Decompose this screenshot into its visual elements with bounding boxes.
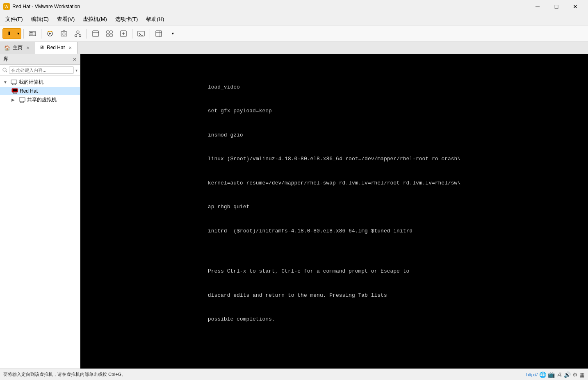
vm-display[interactable]: load_video set gfx_payload=keep insmod g… bbox=[80, 54, 588, 369]
tab-bar: 🏠 主页 ✕ 🖥 Red Hat ✕ bbox=[0, 42, 588, 54]
menu-bar: 文件(F) 编辑(E) 查看(V) 虚拟机(M) 选项卡(T) 帮助(H) bbox=[0, 13, 588, 25]
redhat-tab-label: Red Hat bbox=[47, 45, 65, 50]
pause-button-group[interactable]: ⏸ ▾ bbox=[2, 28, 21, 39]
tree-item-shared-vms[interactable]: ▶ 共享的虚拟机 bbox=[0, 95, 80, 105]
svg-rect-18 bbox=[93, 31, 98, 36]
pause-dropdown-arrow[interactable]: ▾ bbox=[15, 31, 21, 36]
svg-line-16 bbox=[76, 33, 78, 35]
tree-item-redhat[interactable]: Red Hat bbox=[0, 87, 80, 95]
terminal-line-2: set gfx_payload=keep bbox=[208, 107, 460, 115]
svg-point-13 bbox=[77, 31, 79, 33]
minimize-button[interactable]: ─ bbox=[528, 0, 547, 13]
svg-rect-8 bbox=[31, 34, 33, 34]
svg-rect-22 bbox=[110, 34, 112, 36]
terminal-hint-1: Press Ctrl-x to start, Ctrl-c for a comm… bbox=[208, 267, 460, 275]
svg-rect-34 bbox=[13, 89, 17, 91]
view-mode-button[interactable] bbox=[152, 28, 165, 39]
toolbar-separator-3 bbox=[87, 29, 87, 39]
terminal-line-7: initrd ($root)/initramfs-4.18.0-80.el8.x… bbox=[208, 227, 460, 235]
svg-point-27 bbox=[3, 68, 6, 71]
console-button[interactable] bbox=[134, 28, 148, 39]
display-icon[interactable]: 📺 bbox=[548, 371, 555, 378]
status-url: http:// bbox=[526, 372, 538, 377]
keyboard-icon bbox=[29, 30, 36, 37]
svg-rect-7 bbox=[30, 34, 31, 34]
menu-tabs[interactable]: 选项卡(T) bbox=[112, 14, 142, 25]
redhat-label: Red Hat bbox=[20, 88, 38, 94]
status-right: http:// 🌐 📺 🖨 🔊 ⚙ ▦ bbox=[526, 371, 585, 378]
pause-button-main[interactable]: ⏸ bbox=[3, 30, 15, 36]
view-dropdown-button[interactable]: ▾ bbox=[166, 28, 179, 39]
redhat-tab-close[interactable]: ✕ bbox=[67, 45, 73, 50]
tab-redhat[interactable]: 🖥 Red Hat ✕ bbox=[35, 42, 77, 54]
redhat-tab-icon: 🖥 bbox=[39, 45, 44, 50]
menu-edit[interactable]: 编辑(E) bbox=[27, 14, 52, 25]
printer-icon[interactable]: 🖨 bbox=[556, 371, 562, 378]
menu-file[interactable]: 文件(F) bbox=[2, 14, 27, 25]
view-mode-icon bbox=[155, 30, 162, 37]
svg-rect-38 bbox=[19, 98, 25, 101]
terminal-hint-3: possible completions. bbox=[208, 315, 460, 323]
search-dropdown-arrow[interactable]: ▾ bbox=[75, 68, 77, 73]
snapshot-icon bbox=[60, 30, 68, 37]
vm-terminal: load_video set gfx_payload=keep insmod g… bbox=[80, 54, 588, 369]
fullscreen-icon bbox=[92, 30, 99, 37]
snapshot-button[interactable] bbox=[57, 28, 71, 39]
console-icon bbox=[137, 30, 145, 37]
terminal-line-3: insmod gzio bbox=[208, 131, 460, 139]
send-key-button[interactable] bbox=[26, 28, 39, 39]
terminal-line-1: load_video bbox=[208, 83, 460, 91]
title-bar-left: W Red Hat - VMware Workstation bbox=[3, 3, 80, 10]
maximize-button[interactable]: □ bbox=[547, 0, 566, 13]
menu-help[interactable]: 帮助(H) bbox=[142, 14, 168, 25]
settings-icon[interactable]: ⚙ bbox=[572, 371, 578, 378]
shared-computer-icon bbox=[19, 97, 25, 103]
status-message: 要将输入定向到该虚拟机，请在虚拟机内部单击或按 Ctrl+G。 bbox=[3, 371, 526, 378]
home-tab-close[interactable]: ✕ bbox=[25, 45, 31, 50]
snapshot-manager-button[interactable] bbox=[71, 28, 84, 39]
sidebar-search-bar: ▾ bbox=[0, 65, 80, 76]
terminal-content: load_video set gfx_payload=keep insmod g… bbox=[208, 67, 460, 339]
status-bar: 要将输入定向到该虚拟机，请在虚拟机内部单击或按 Ctrl+G。 http:// … bbox=[0, 369, 588, 380]
sidebar-close-button[interactable]: ✕ bbox=[73, 57, 77, 62]
snapshot-manager-icon bbox=[74, 30, 82, 37]
snapshot-revert-button[interactable] bbox=[43, 28, 57, 39]
svg-rect-4 bbox=[31, 32, 32, 33]
title-bar: W Red Hat - VMware Workstation ─ □ ✕ bbox=[0, 0, 588, 13]
svg-point-14 bbox=[75, 34, 77, 36]
sidebar-tree: ▼ 我的计算机 Red Hat bbox=[0, 76, 80, 369]
menu-view[interactable]: 查看(V) bbox=[53, 14, 78, 25]
network-icon[interactable]: 🌐 bbox=[539, 371, 546, 378]
close-button[interactable]: ✕ bbox=[566, 0, 585, 13]
svg-rect-21 bbox=[107, 34, 109, 36]
sound-icon[interactable]: 🔊 bbox=[564, 371, 571, 378]
svg-rect-19 bbox=[107, 31, 109, 33]
terminal-line-5: kernel=auto resume=/dev/mapper/rhel-swap… bbox=[208, 179, 460, 187]
chevron-down-icon: ▾ bbox=[172, 31, 174, 36]
svg-rect-5 bbox=[32, 32, 33, 33]
tab-home[interactable]: 🏠 主页 ✕ bbox=[0, 42, 35, 54]
grid-icon[interactable]: ▦ bbox=[579, 371, 585, 378]
unity-icon bbox=[106, 30, 113, 37]
computer-icon bbox=[11, 80, 17, 85]
unity-button[interactable] bbox=[103, 28, 116, 39]
svg-rect-9 bbox=[34, 34, 34, 34]
fullscreen-button[interactable] bbox=[89, 28, 102, 39]
search-icon bbox=[2, 68, 7, 73]
sidebar-header: 库 ✕ bbox=[0, 54, 80, 65]
menu-vm[interactable]: 虚拟机(M) bbox=[79, 14, 111, 25]
pause-icon: ⏸ bbox=[6, 30, 11, 36]
svg-rect-3 bbox=[30, 32, 31, 33]
toolbar: ⏸ ▾ bbox=[0, 25, 588, 42]
terminal-hint-2: discard edits and return to the menu. Pr… bbox=[208, 291, 460, 300]
stretch-icon bbox=[120, 30, 127, 37]
svg-rect-20 bbox=[110, 31, 112, 33]
expand-icon: ▼ bbox=[3, 80, 9, 84]
sidebar-title: 库 bbox=[3, 56, 8, 63]
svg-point-15 bbox=[79, 34, 81, 36]
snapshot-revert-icon bbox=[46, 30, 54, 37]
tree-item-my-computer[interactable]: ▼ 我的计算机 bbox=[0, 77, 80, 87]
home-tab-icon: 🏠 bbox=[4, 45, 10, 51]
sidebar-search-input[interactable] bbox=[9, 66, 74, 74]
stretch-button[interactable] bbox=[117, 28, 130, 39]
